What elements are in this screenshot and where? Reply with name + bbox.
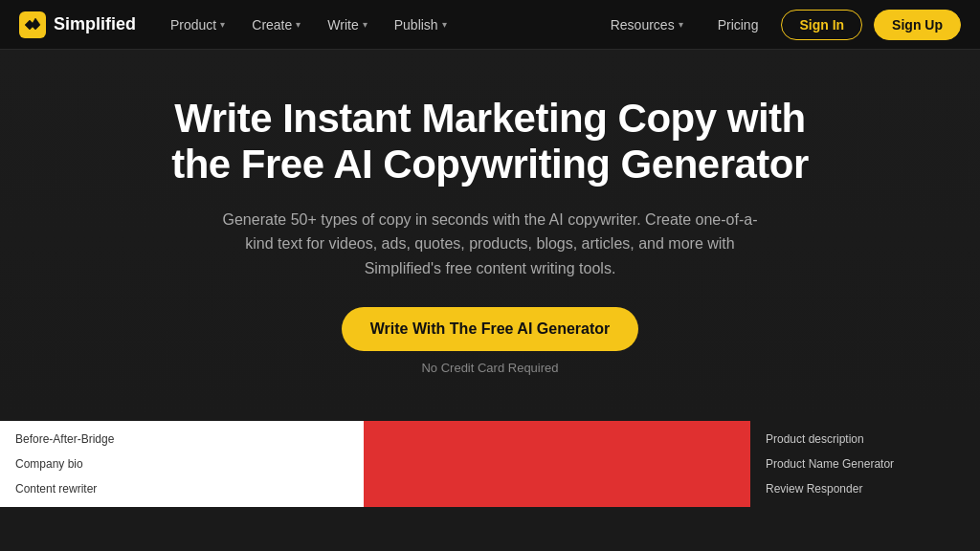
nav-product[interactable]: Product ▾ <box>159 11 236 38</box>
chevron-down-icon: ▾ <box>220 19 225 30</box>
nav-write[interactable]: Write ▾ <box>316 11 378 38</box>
preview-left-panel: Before-After-Bridge Company bio Content … <box>0 421 364 507</box>
nav-publish[interactable]: Publish ▾ <box>383 11 458 38</box>
hero-title: Write Instant Marketing Copy with the Fr… <box>155 96 825 188</box>
list-item: Company bio <box>15 455 348 473</box>
logo[interactable]: Simplified <box>19 11 136 38</box>
list-item: Before-After-Bridge <box>15 430 348 448</box>
nav-pricing[interactable]: Pricing <box>706 11 770 38</box>
chevron-down-icon: ▾ <box>442 19 447 30</box>
signin-button[interactable]: Sign In <box>781 10 862 40</box>
navbar: Simplified Product ▾ Create ▾ Write ▾ Pu… <box>0 0 980 50</box>
list-item: Explain a concept to my three year old <box>15 505 348 507</box>
no-credit-text: No Credit Card Required <box>19 361 961 375</box>
list-item: Product description <box>766 430 965 448</box>
nav-items: Product ▾ Create ▾ Write ▾ Publish ▾ <box>159 11 599 38</box>
logo-icon <box>19 11 46 38</box>
chevron-down-icon: ▾ <box>363 19 368 30</box>
preview-right-panel: Product description Product Name Generat… <box>750 421 980 507</box>
navbar-right: Resources ▾ Pricing Sign In Sign Up <box>599 10 961 40</box>
list-item: Content rewriter <box>15 480 348 497</box>
cta-button[interactable]: Write With The Free AI Generator <box>342 307 639 351</box>
hero-subtitle: Generate 50+ types of copy in seconds wi… <box>212 208 768 281</box>
hero-section: Write Instant Marketing Copy with the Fr… <box>0 50 980 417</box>
signup-button[interactable]: Sign Up <box>874 10 961 40</box>
nav-create[interactable]: Create ▾ <box>240 11 312 38</box>
brand-name: Simplified <box>54 14 136 34</box>
nav-resources[interactable]: Resources ▾ <box>599 11 695 38</box>
chevron-down-icon: ▾ <box>296 19 301 30</box>
preview-strip: Before-After-Bridge Company bio Content … <box>0 421 980 507</box>
preview-middle-panel <box>364 421 750 507</box>
list-item: Product Name Generator <box>766 455 965 473</box>
list-item: Review Responder <box>766 480 965 497</box>
chevron-down-icon: ▾ <box>679 19 683 30</box>
